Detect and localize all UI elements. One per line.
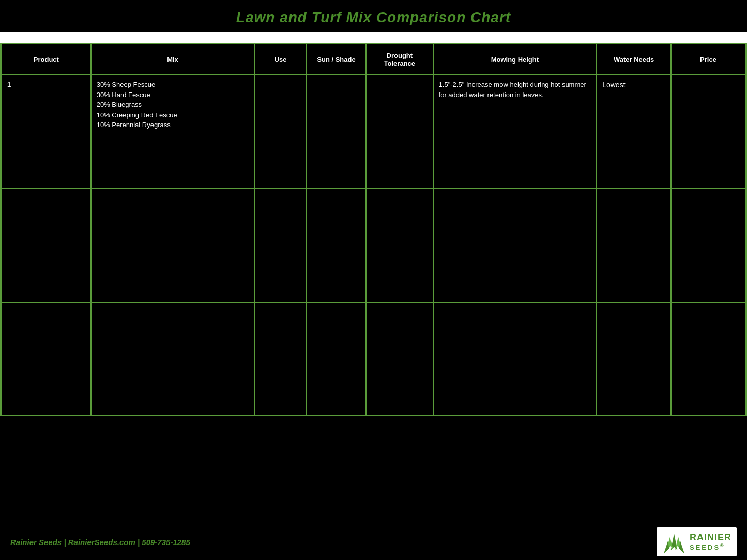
cell-water-2 xyxy=(597,189,671,302)
cell-use-3 xyxy=(254,302,307,416)
header-sun: Sun / Shade xyxy=(307,44,366,75)
white-bar xyxy=(0,32,747,43)
cell-water-1: Lowest xyxy=(597,75,671,189)
mow-content-1: 1.5"-2.5" Increase mow height during hot… xyxy=(439,81,586,99)
header-mow: Mowing Height xyxy=(433,44,597,75)
table-header-row: Product Mix Use Sun / Shade Drought Tole… xyxy=(2,44,745,75)
logo-rainier: RAINIER xyxy=(690,532,731,543)
header-water: Water Needs xyxy=(597,44,671,75)
header-price: Price xyxy=(671,44,745,75)
cell-price-2 xyxy=(671,189,745,302)
cell-mow-2 xyxy=(433,189,597,302)
cell-use-2 xyxy=(254,189,307,302)
cell-mix-3 xyxy=(91,302,255,416)
cell-sun-1 xyxy=(307,75,366,189)
header-use: Use xyxy=(254,44,307,75)
cell-price-1 xyxy=(671,75,745,189)
table-row: 1 30% Sheep Fescue 30% Hard Fescue 20% B… xyxy=(2,75,745,189)
header-mix: Mix xyxy=(91,44,255,75)
header-drought: Drought Tolerance xyxy=(366,44,433,75)
cell-mix-1: 30% Sheep Fescue 30% Hard Fescue 20% Blu… xyxy=(91,75,255,189)
footer: Rainier Seeds | RainierSeeds.com | 509-7… xyxy=(0,524,747,560)
page-wrapper: Lawn and Turf Mix Comparison Chart Produ… xyxy=(0,0,747,560)
table-container: Product Mix Use Sun / Shade Drought Tole… xyxy=(0,43,747,416)
logo-seeds: SEEDS® xyxy=(690,543,731,551)
title-area: Lawn and Turf Mix Comparison Chart xyxy=(0,0,747,32)
cell-sun-3 xyxy=(307,302,366,416)
comparison-table: Product Mix Use Sun / Shade Drought Tole… xyxy=(1,43,746,416)
cell-mix-2 xyxy=(91,189,255,302)
row-number-1: 1 xyxy=(7,80,85,90)
cell-product-1: 1 xyxy=(2,75,91,189)
cell-product-2 xyxy=(2,189,91,302)
header-product: Product xyxy=(2,44,91,75)
cell-water-3 xyxy=(597,302,671,416)
logo-text: RAINIER SEEDS® xyxy=(690,532,731,551)
cell-mow-1: 1.5"-2.5" Increase mow height during hot… xyxy=(433,75,597,189)
cell-mow-3 xyxy=(433,302,597,416)
cell-sun-2 xyxy=(307,189,366,302)
footer-text: Rainier Seeds | RainierSeeds.com | 509-7… xyxy=(10,538,190,547)
cell-drought-3 xyxy=(366,302,433,416)
logo-icon xyxy=(662,530,687,554)
cell-use-1 xyxy=(254,75,307,189)
water-content-1: Lowest xyxy=(602,81,625,89)
cell-drought-1 xyxy=(366,75,433,189)
cell-product-3 xyxy=(2,302,91,416)
mix-content-1: 30% Sheep Fescue 30% Hard Fescue 20% Blu… xyxy=(97,81,177,129)
table-row xyxy=(2,189,745,302)
chart-title: Lawn and Turf Mix Comparison Chart xyxy=(236,9,511,25)
table-row xyxy=(2,302,745,416)
logo-box: RAINIER SEEDS® xyxy=(657,527,737,556)
cell-drought-2 xyxy=(366,189,433,302)
cell-price-3 xyxy=(671,302,745,416)
logo-reg: ® xyxy=(720,543,725,548)
